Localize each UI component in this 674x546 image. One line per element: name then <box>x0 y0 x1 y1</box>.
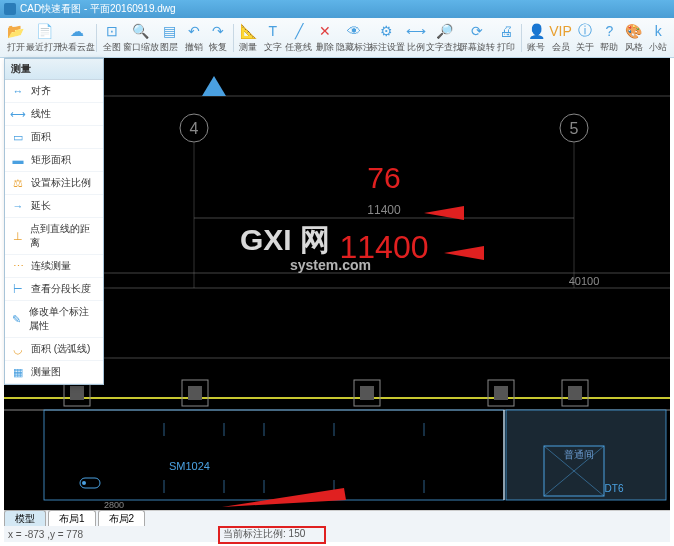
window-title: CAD快速看图 - 平面20160919.dwg <box>20 2 176 16</box>
矩形面积-icon: ▬ <box>11 153 25 167</box>
tool-隐藏标注[interactable]: 👁隐藏标注 <box>338 20 370 56</box>
撤销-icon: ↶ <box>185 22 203 40</box>
app-icon <box>4 3 16 15</box>
面积-icon: ▭ <box>11 130 25 144</box>
快看云盘-icon: ☁ <box>68 22 86 40</box>
menu-查看分段长度[interactable]: ⊢查看分段长度 <box>5 278 103 301</box>
menu-修改单个标注属性[interactable]: ✎修改单个标注属性 <box>5 301 103 338</box>
tab-布局1[interactable]: 布局1 <box>48 510 96 527</box>
menu-面积[interactable]: ▭面积 <box>5 126 103 149</box>
会员-icon: VIP <box>552 22 570 40</box>
tool-撤销[interactable]: ↶撤销 <box>182 20 205 56</box>
最近打开-icon: 📄 <box>35 22 53 40</box>
tool-图层[interactable]: ▤图层 <box>158 20 181 56</box>
面积 (选弧线)-icon: ◡ <box>11 342 25 356</box>
svg-rect-19 <box>494 386 508 400</box>
tool-测量[interactable]: 📐测量 <box>237 20 260 56</box>
文字-icon: T <box>264 22 282 40</box>
点到直线的距离-icon: ⊥ <box>11 229 24 243</box>
svg-marker-42 <box>222 488 346 507</box>
svg-marker-1 <box>202 76 226 96</box>
全图-icon: ⊡ <box>103 22 121 40</box>
svg-text:普通间: 普通间 <box>564 449 594 460</box>
tab-模型[interactable]: 模型 <box>4 510 46 527</box>
延长-icon: → <box>11 199 25 213</box>
tab-布局2[interactable]: 布局2 <box>98 510 146 527</box>
status-bar: x = -873 ,y = 778 当前标注比例: 150 <box>4 526 670 542</box>
menu-测量图[interactable]: ▦测量图 <box>5 361 103 384</box>
tool-小站[interactable]: k小站 <box>647 20 670 56</box>
测量图-icon: ▦ <box>11 365 25 379</box>
svg-rect-15 <box>188 386 202 400</box>
menu-连续测量[interactable]: ⋯连续测量 <box>5 255 103 278</box>
tool-删除[interactable]: ✕删除 <box>313 20 336 56</box>
打开-icon: 📂 <box>7 22 25 40</box>
svg-rect-22 <box>44 410 504 500</box>
tool-快看云盘[interactable]: ☁快看云盘 <box>61 20 93 56</box>
menu-线性[interactable]: ⟷线性 <box>5 103 103 126</box>
tool-会员[interactable]: VIP会员 <box>549 20 572 56</box>
dim-mid: 11400 <box>367 203 401 217</box>
tool-比例[interactable]: ⟷比例 <box>404 20 427 56</box>
tool-恢复[interactable]: ↷恢复 <box>206 20 229 56</box>
tool-屏幕旋转[interactable]: ⟳屏幕旋转 <box>461 20 493 56</box>
tool-文字查找[interactable]: 🔎文字查找 <box>428 20 460 56</box>
小站-icon: k <box>649 22 667 40</box>
dim-small: 2800 <box>104 500 124 510</box>
svg-rect-17 <box>360 386 374 400</box>
tool-打印[interactable]: 🖨打印 <box>494 20 517 56</box>
dim-right: 40100 <box>569 275 600 287</box>
比例-icon: ⟷ <box>407 22 425 40</box>
main-toolbar: 📂打开📄最近打开☁快看云盘⊡全图🔍窗口缩放▤图层↶撤销↷恢复📐测量T文字╱任意线… <box>0 18 674 58</box>
屏幕旋转-icon: ⟳ <box>468 22 486 40</box>
menu-矩形面积[interactable]: ▬矩形面积 <box>5 149 103 172</box>
tool-风格[interactable]: 🎨风格 <box>622 20 645 56</box>
关于-icon: ⓘ <box>576 22 594 40</box>
tool-全图[interactable]: ⊡全图 <box>100 20 123 56</box>
查看分段长度-icon: ⊢ <box>11 282 25 296</box>
对齐-icon: ↔ <box>11 84 25 98</box>
tool-帮助[interactable]: ?帮助 <box>598 20 621 56</box>
tool-最近打开[interactable]: 📄最近打开 <box>28 20 60 56</box>
menu-面积 (选弧线)[interactable]: ◡面积 (选弧线) <box>5 338 103 361</box>
svg-rect-13 <box>70 386 84 400</box>
status-scale: 当前标注比例: 150 <box>223 527 305 541</box>
设置标注比例-icon: ⚖ <box>11 176 25 190</box>
打印-icon: 🖨 <box>497 22 515 40</box>
tool-标注设置[interactable]: ⚙标注设置 <box>371 20 403 56</box>
tabs-bar: 模型布局1布局2 <box>4 510 670 526</box>
dim-main: 11400 <box>340 229 429 265</box>
标注设置-icon: ⚙ <box>378 22 396 40</box>
menu-对齐[interactable]: ↔对齐 <box>5 80 103 103</box>
axis-label-4: 4 <box>190 120 199 137</box>
svg-point-29 <box>82 481 86 485</box>
文字查找-icon: 🔎 <box>435 22 453 40</box>
measure-dropdown: 测量 ↔对齐⟷线性▭面积▬矩形面积⚖设置标注比例→延长⊥点到直线的距离⋯连续测量… <box>4 58 104 385</box>
title-bar: CAD快速看图 - 平面20160919.dwg <box>0 0 674 18</box>
menu-点到直线的距离[interactable]: ⊥点到直线的距离 <box>5 218 103 255</box>
tool-任意线[interactable]: ╱任意线 <box>285 20 312 56</box>
dropdown-header: 测量 <box>5 59 103 80</box>
帮助-icon: ? <box>600 22 618 40</box>
tool-关于[interactable]: ⓘ关于 <box>573 20 596 56</box>
恢复-icon: ↷ <box>209 22 227 40</box>
tool-窗口缩放[interactable]: 🔍窗口缩放 <box>125 20 157 56</box>
menu-延长[interactable]: →延长 <box>5 195 103 218</box>
status-coords: x = -873 ,y = 778 <box>8 529 83 540</box>
连续测量-icon: ⋯ <box>11 259 25 273</box>
tool-账号[interactable]: 👤账号 <box>524 20 547 56</box>
svg-marker-41 <box>444 246 484 260</box>
账号-icon: 👤 <box>527 22 545 40</box>
任意线-icon: ╱ <box>290 22 308 40</box>
风格-icon: 🎨 <box>625 22 643 40</box>
dim-top: 76 <box>367 161 400 194</box>
测量-icon: 📐 <box>239 22 257 40</box>
图层-icon: ▤ <box>160 22 178 40</box>
tool-打开[interactable]: 📂打开 <box>4 20 27 56</box>
room-label-sm: SM1024 <box>169 460 210 472</box>
修改单个标注属性-icon: ✎ <box>11 312 23 326</box>
线性-icon: ⟷ <box>11 107 25 121</box>
窗口缩放-icon: 🔍 <box>132 22 150 40</box>
tool-文字[interactable]: T文字 <box>261 20 284 56</box>
menu-设置标注比例[interactable]: ⚖设置标注比例 <box>5 172 103 195</box>
